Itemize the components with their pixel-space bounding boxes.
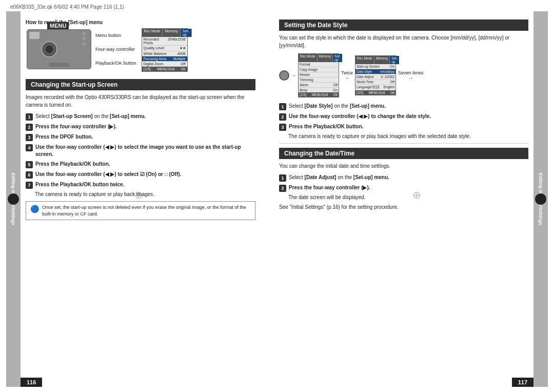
seven-times-arrow: Seven times → [398, 70, 424, 81]
datetime-section: Changing the Date/Time You can change th… [279, 148, 528, 210]
step-item: 1 Select [Date Style] on the [Set-up] me… [279, 103, 528, 110]
left-page-content: How to recall the [Set-up] menu [21, 15, 261, 377]
date-style-section: Setting the Date Style You can set the s… [279, 19, 528, 139]
twice-arrow: Twice → [341, 70, 353, 81]
after-step7-text: The camera is ready to capture or play b… [35, 191, 255, 197]
menu-screen-mockup: Rec.Mode Memory Set-up Recorded Pixels20… [142, 28, 188, 72]
tab-recmode: Rec.Mode [142, 29, 163, 37]
datetime-after-text: The date screen will be displayed. [288, 194, 528, 200]
menu-screen-1: Rec.Mode Memory Set-up Format Copy Image… [298, 53, 339, 97]
step-item: 1 Select [Start-up Screen] on the [Set-u… [26, 113, 255, 121]
page-number-right: 117 [512, 378, 533, 387]
section-divider [279, 143, 528, 144]
step-item: 6 Use the four-way controller (◀ ▶) to s… [26, 171, 255, 179]
menu-word-label: MENU [47, 22, 69, 29]
camera-area: MENU Menu button Four-way controller Pla… [26, 28, 255, 72]
menu2-footer: (2/3)MENU:ExitOk [355, 90, 395, 95]
tab-setup: Set-up [181, 29, 192, 37]
datetime-steps: 1 Select [Date Adjust] on the [Set-up] m… [279, 174, 528, 192]
datetime-intro: You can change the initial date and time… [279, 162, 528, 170]
arrow-1: → [291, 73, 296, 78]
menu1-footer: (1/3)MENU:ExitOk [299, 92, 339, 97]
date-style-after-text: The camera is ready to capture or play b… [288, 133, 528, 139]
menu-button-label: Menu button [95, 33, 136, 38]
menu-screen-2: Rec.Mode Memory Set-up Start-up ScreenOn… [355, 55, 396, 95]
page-number-left: 116 [21, 378, 42, 387]
step-item: 5 Press the Playback/OK button. [26, 161, 255, 168]
note-box: 🔵 Once set, the start-up screen is not d… [26, 201, 255, 220]
menu-footer: (1/3)MENU:ExitOk [142, 67, 187, 71]
camera-illustration: MENU [26, 28, 92, 70]
step-item: 2 Press the four-way controller (▶). [26, 123, 255, 131]
right-black-circle [535, 193, 546, 205]
startup-section: Changing the Start-up Screen Images reco… [26, 79, 255, 220]
right-page-content: Setting the Date Style You can set the s… [274, 15, 533, 377]
note-text: Once set, the start-up screen is not del… [42, 204, 251, 217]
step-item: 3 Press the Playback/OK button. [279, 123, 528, 131]
date-style-steps: 1 Select [Date Style] on the [Set-up] me… [279, 103, 528, 131]
menu-row-focus: Focusing AreaMultiple [142, 56, 187, 62]
menu1-tabs: Rec.Mode Memory Set-up [299, 54, 339, 62]
menu-row-quality: Quality Level★★ [142, 46, 187, 51]
step-item: 7 Press the Playback/OK button twice. [26, 181, 255, 189]
menu-row-pixels: Recorded Pixels2048x1536 [142, 37, 187, 46]
startup-intro: Images recorded with the Optio 430RS/330… [26, 93, 255, 109]
datetime-header: Changing the Date/Time [279, 148, 528, 159]
menu-row-wb: White BalanceAWB [142, 51, 187, 56]
date-style-header: Setting the Date Style [279, 19, 528, 31]
step-item: 2 Press the four-way controller (▶). [279, 184, 528, 192]
left-black-circle [8, 193, 19, 205]
step-item: 4 Use the four-way controller (◀ ▶) to s… [26, 144, 255, 158]
header-text: e06KB335_33e.qk 6/6/02 4:40 PM Page 116 … [10, 4, 124, 10]
step-item: 3 Press the DPOF button. [26, 133, 255, 141]
camera-labels: Menu button Four-way controller Playback… [92, 28, 136, 70]
startup-steps: 1 Select [Start-up Screen] on the [Set-u… [26, 113, 255, 189]
diagram-row: → Rec.Mode Memory Set-up Format Copy Ima… [279, 53, 528, 97]
note-icon: 🔵 [30, 204, 39, 214]
menu2-tabs: Rec.Mode Memory Set-up [355, 56, 395, 64]
step-item: 2 Use the four-way controller (◀ ▶) to c… [279, 113, 528, 121]
fourway-label: Four-way controller [95, 47, 136, 52]
see-also-text: See "Initial Settings" (p.16) for the se… [279, 204, 528, 210]
recall-section: How to recall the [Set-up] menu [26, 19, 255, 72]
left-gray-bar: Editing Images/Settings [6, 11, 21, 387]
date-style-intro: You can set the style in which the date … [279, 34, 528, 49]
startup-header: Changing the Start-up Screen [26, 79, 255, 90]
step-item: 1 Select [Date Adjust] on the [Set-up] m… [279, 174, 528, 182]
menu-row-zoom: Digital ZoomOff [142, 62, 187, 67]
menu-tabs: Rec.Mode Memory Set-up [142, 29, 187, 37]
tab-memory: Memory [163, 29, 180, 37]
dial-icon [279, 70, 289, 81]
playback-label: Playback/OK button [95, 61, 136, 66]
right-gray-bar: Editing Images/Settings [533, 11, 548, 387]
